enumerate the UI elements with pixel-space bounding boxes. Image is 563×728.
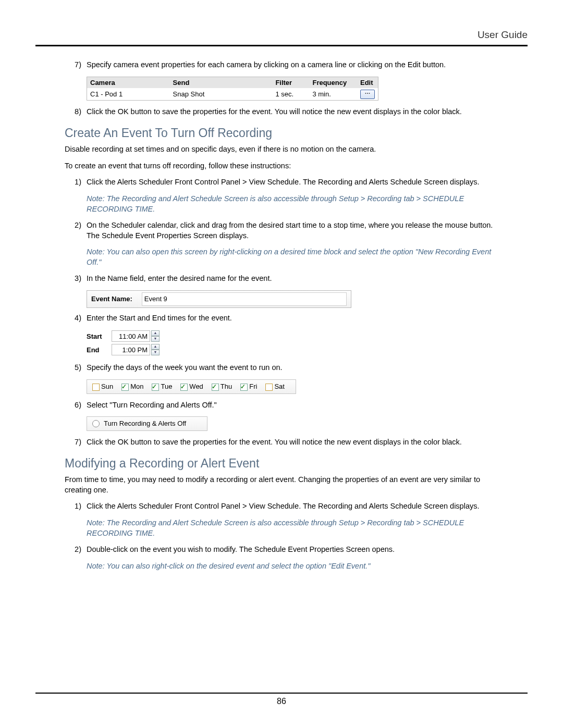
s1-step-6: 6) Select "Turn Recording and Alerts Off… — [65, 400, 498, 411]
day-label: Mon — [130, 382, 143, 390]
day-label: Sun — [101, 382, 113, 390]
step-text: Specify camera event properties for each… — [87, 60, 498, 70]
day-wed[interactable]: Wed — [180, 382, 203, 391]
step-7: 7) Specify camera event properties for e… — [65, 60, 498, 70]
day-label: Sat — [274, 382, 285, 390]
start-time-input[interactable]: 11:00 AM — [112, 330, 150, 342]
event-name-label: Event Name: — [91, 294, 132, 304]
checkbox-icon[interactable] — [121, 384, 129, 391]
cell-camera: C1 - Pod 1 — [87, 88, 170, 100]
note: Note: The Recording and Alert Schedule S… — [65, 194, 498, 214]
section-heading: Create An Event To Turn Off Recording — [65, 125, 498, 141]
section1-p2: To create an event that turns off record… — [65, 161, 498, 171]
note: Note: You can also right-click on the de… — [65, 561, 498, 572]
s1-step-1: 1) Click the Alerts Scheduler Front Cont… — [65, 177, 498, 188]
step-number: 7) — [65, 60, 87, 70]
s2-step-1: 1) Click the Alerts Scheduler Front Cont… — [65, 501, 498, 512]
step-text: Click the Alerts Scheduler Front Control… — [87, 501, 498, 512]
checkbox-icon[interactable] — [152, 384, 159, 391]
end-time-input[interactable]: 1:00 PM — [112, 344, 150, 355]
chevron-down-icon[interactable]: ▼ — [151, 336, 160, 342]
end-label: End — [87, 346, 112, 355]
col-send: Send — [170, 77, 273, 88]
col-camera: Camera — [87, 77, 170, 88]
col-filter: Filter — [272, 77, 309, 88]
header-title: User Guide — [35, 29, 528, 46]
step-number: 3) — [65, 274, 87, 284]
step-number: 5) — [65, 363, 87, 373]
end-spinner[interactable]: ▲▼ — [151, 344, 160, 355]
start-spinner[interactable]: ▲▼ — [151, 330, 160, 342]
checkbox-icon[interactable] — [240, 384, 248, 391]
col-edit: Edit — [357, 77, 378, 88]
table-row[interactable]: C1 - Pod 1 Snap Shot 1 sec. 3 min. — [87, 88, 378, 100]
section1-p1: Disable recording at set times and on sp… — [65, 144, 498, 155]
content: 7) Specify camera event properties for e… — [35, 60, 528, 571]
checkbox-icon[interactable] — [92, 384, 100, 391]
step-text: Click the Alerts Scheduler Front Control… — [87, 177, 498, 188]
step-number: 6) — [65, 400, 87, 411]
page-footer: 86 — [35, 693, 528, 706]
cell-frequency: 3 min. — [309, 88, 357, 100]
day-label: Tue — [161, 382, 172, 390]
days-row: Sun Mon Tue Wed Thu Fri Sat — [87, 379, 296, 394]
s1-step-4: 4) Enter the Start and End times for the… — [65, 313, 498, 324]
chevron-down-icon[interactable]: ▼ — [151, 350, 160, 355]
s1-step-3: 3) In the Name field, enter the desired … — [65, 274, 498, 284]
chevron-up-icon[interactable]: ▲ — [151, 344, 160, 350]
camera-table: Camera Send Filter Frequency Edit C1 - P… — [87, 77, 378, 101]
section-heading: Modifying a Recording or Alert Event — [65, 455, 498, 472]
cell-edit — [357, 88, 378, 100]
checkbox-icon[interactable] — [265, 384, 273, 391]
checkbox-icon[interactable] — [212, 384, 219, 391]
radio-option[interactable]: Turn Recording & Alerts Off — [87, 416, 207, 431]
day-label: Fri — [249, 382, 257, 390]
table-header-row: Camera Send Filter Frequency Edit — [87, 77, 378, 88]
day-fri[interactable]: Fri — [240, 382, 257, 391]
step-number: 2) — [65, 220, 87, 241]
start-time-row: Start 11:00 AM ▲▼ — [87, 329, 498, 343]
day-label: Wed — [189, 382, 203, 390]
day-sat[interactable]: Sat — [265, 382, 285, 391]
step-text: Click the OK button to save the properti… — [87, 437, 498, 448]
event-name-field: Event Name: — [87, 290, 351, 308]
edit-button[interactable] — [360, 90, 375, 99]
cell-filter: 1 sec. — [272, 88, 309, 100]
page: User Guide 7) Specify camera event prope… — [0, 0, 563, 728]
s2-step-2: 2) Double-click on the event you wish to… — [65, 545, 498, 555]
event-name-input[interactable] — [142, 292, 347, 306]
day-thu[interactable]: Thu — [212, 382, 232, 391]
start-label: Start — [87, 332, 112, 341]
step-text: On the Scheduler calendar, click and dra… — [87, 220, 498, 241]
s1-step-7: 7) Click the OK button to save the prope… — [65, 437, 498, 448]
step-text: Enter the Start and End times for the ev… — [87, 313, 498, 324]
radio-label: Turn Recording & Alerts Off — [104, 419, 186, 428]
step-text: Double-click on the event you wish to mo… — [87, 545, 498, 555]
step-text: Click the OK button to save the properti… — [87, 107, 498, 117]
step-number: 4) — [65, 313, 87, 324]
step-number: 7) — [65, 437, 87, 448]
step-number: 1) — [65, 501, 87, 512]
day-mon[interactable]: Mon — [121, 382, 143, 391]
step-number: 1) — [65, 177, 87, 188]
end-time-row: End 1:00 PM ▲▼ — [87, 343, 498, 356]
col-frequency: Frequency — [309, 77, 357, 88]
day-sun[interactable]: Sun — [92, 382, 113, 391]
step-text: Specify the days of the week you want th… — [87, 363, 498, 373]
step-number: 2) — [65, 545, 87, 555]
step-text: In the Name field, enter the desired nam… — [87, 274, 498, 284]
note: Note: You can also open this screen by r… — [65, 247, 498, 267]
s1-step-2: 2) On the Scheduler calendar, click and … — [65, 220, 498, 241]
cell-send: Snap Shot — [170, 88, 273, 100]
note: Note: The Recording and Alert Schedule S… — [65, 518, 498, 538]
section2-p1: From time to time, you may need to modif… — [65, 475, 498, 495]
chevron-up-icon[interactable]: ▲ — [151, 330, 160, 336]
checkbox-icon[interactable] — [180, 384, 188, 391]
step-8: 8) Click the OK button to save the prope… — [65, 107, 498, 117]
radio-icon[interactable] — [92, 420, 100, 427]
page-number: 86 — [277, 697, 286, 706]
step-text: Select "Turn Recording and Alerts Off." — [87, 400, 498, 411]
day-tue[interactable]: Tue — [152, 382, 172, 391]
s1-step-5: 5) Specify the days of the week you want… — [65, 363, 498, 373]
time-block: Start 11:00 AM ▲▼ End 1:00 PM ▲▼ — [87, 329, 498, 356]
